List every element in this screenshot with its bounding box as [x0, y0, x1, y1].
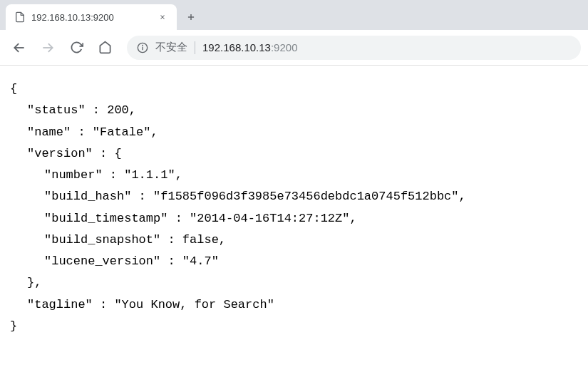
- back-button[interactable]: [7, 36, 31, 60]
- json-line: "name" : "Fatale",: [10, 122, 578, 143]
- json-line: "version" : {: [10, 143, 578, 165]
- info-icon[interactable]: [137, 42, 148, 53]
- url-text: 192.168.10.13:9200: [202, 41, 297, 53]
- home-button[interactable]: [93, 36, 117, 60]
- json-line: "status" : 200,: [10, 100, 578, 121]
- browser-tab[interactable]: 192.168.10.13:9200: [6, 4, 177, 30]
- url-host: 192.168.10.13: [202, 41, 271, 53]
- json-line: {: [10, 78, 578, 100]
- json-line: "lucene_version" : "4.7": [10, 251, 578, 272]
- new-tab-button[interactable]: [181, 7, 201, 27]
- json-line: "tagline" : "You Know, for Search": [10, 294, 578, 316]
- json-line: }: [10, 316, 578, 337]
- json-line: "number" : "1.1.1",: [10, 165, 578, 186]
- json-line: },: [10, 272, 578, 294]
- json-line: "build_hash" : "f1585f096d3f3985e73456de…: [10, 186, 578, 207]
- json-line: "build_snapshot" : false,: [10, 229, 578, 251]
- tab-title: 192.168.10.13:9200: [31, 12, 151, 23]
- json-line: "build_timestamp" : "2014-04-16T14:27:12…: [10, 208, 578, 229]
- tab-strip: 192.168.10.13:9200: [0, 0, 588, 30]
- file-icon: [14, 11, 26, 23]
- svg-point-8: [143, 45, 143, 46]
- divider: [195, 41, 195, 54]
- browser-toolbar: 不安全 192.168.10.13:9200: [0, 30, 588, 66]
- close-icon[interactable]: [157, 11, 168, 23]
- page-content: { "status" : 200, "name" : "Fatale", "ve…: [0, 66, 588, 350]
- security-label: 不安全: [155, 41, 187, 54]
- address-bar[interactable]: 不安全 192.168.10.13:9200: [127, 36, 581, 60]
- forward-button[interactable]: [36, 36, 60, 60]
- url-port: :9200: [271, 41, 298, 53]
- reload-button[interactable]: [64, 36, 88, 60]
